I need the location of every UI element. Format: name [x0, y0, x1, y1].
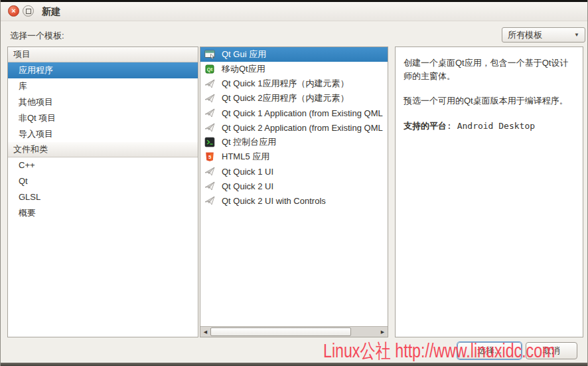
template-row-qtquick1-ui[interactable]: Qt Quick 1 UI [200, 164, 388, 179]
category-panel: 项目 应用程序 库 其他项目 非Qt 项目 导入项目 文件和类 C++ Qt G… [7, 46, 198, 337]
console-icon [204, 137, 215, 147]
template-label: Qt Quick 2应用程序（内建元素） [222, 92, 348, 104]
template-label: Qt Quick 1应用程序（内建元素） [222, 78, 348, 90]
svg-text:5: 5 [208, 154, 211, 160]
scrollbar-thumb[interactable] [210, 327, 351, 336]
template-label: Qt Quick 2 Application (from Existing QM… [222, 123, 383, 133]
svg-text:Qt: Qt [207, 66, 213, 72]
sidebar-item-libraries[interactable]: 库 [8, 78, 198, 94]
template-label: Qt Quick 2 UI with Controls [222, 196, 326, 206]
sidebar-item-qt[interactable]: Qt [8, 173, 198, 189]
qt-quick-plane-icon [204, 122, 215, 133]
qt-quick-plane-icon [204, 195, 215, 206]
combobox-value: 所有模板 [508, 29, 571, 41]
section-header-projects: 项目 [8, 47, 198, 62]
scrollbar-right-arrow-icon[interactable]: ▶ [378, 327, 388, 337]
sidebar-item-non-qt-projects[interactable]: 非Qt 项目 [8, 110, 198, 126]
template-description-panel: 创建一个桌面Qt应用，包含一个基于Qt设计师的主窗体。 预选一个可用的Qt桌面版… [395, 46, 583, 337]
supported-platforms-line: 支持的平台: Android Desktop [404, 120, 575, 133]
template-label: Qt 控制台应用 [222, 136, 276, 148]
template-row-qt-gui-app[interactable]: Qt Gui 应用 [200, 47, 388, 62]
titlebar[interactable]: × 新建 [1, 2, 587, 21]
template-label: Qt Gui 应用 [222, 48, 266, 60]
platforms-value: : Android Desktop [447, 121, 535, 131]
choose-button[interactable]: 选择... [457, 342, 522, 359]
sidebar-item-cpp[interactable]: C++ [8, 157, 198, 173]
template-row-qtquick2-builtin[interactable]: Qt Quick 2应用程序（内建元素） [200, 91, 388, 106]
description-paragraph-1: 创建一个桌面Qt应用，包含一个基于Qt设计师的主窗体。 [404, 56, 575, 82]
section-header-files-classes: 文件和类 [8, 142, 198, 157]
scrollbar-track[interactable] [351, 327, 378, 337]
sidebar-item-glsl[interactable]: GLSL [8, 189, 198, 205]
sidebar-item-summary[interactable]: 概要 [8, 205, 198, 221]
gui-window-icon [204, 49, 215, 60]
template-row-qtquick2-existing-qml[interactable]: Qt Quick 2 Application (from Existing QM… [200, 120, 388, 135]
template-label: 移动Qt应用 [222, 63, 265, 75]
cancel-button[interactable]: 取消 [526, 342, 577, 359]
platforms-label: 支持的平台 [404, 121, 447, 131]
window-top-edge [1, 0, 587, 2]
scrollbar-left-arrow-icon[interactable]: ◀ [200, 327, 210, 337]
template-row-html5-app[interactable]: 5 HTML5 应用 [200, 149, 388, 164]
maximize-button[interactable] [23, 5, 34, 17]
template-row-mobile-qt-app[interactable]: Qt 移动Qt应用 [200, 62, 388, 76]
horizontal-scrollbar[interactable]: ◀ ▶ [200, 326, 388, 337]
template-list-panel: Qt Gui 应用 Qt 移动Qt应用 Qt Quick 1应用程序（内建元素） [200, 46, 388, 337]
template-label: Qt Quick 2 UI [222, 181, 273, 191]
sidebar-item-other-projects[interactable]: 其他项目 [8, 94, 198, 110]
chevron-down-icon: ▼ [574, 32, 579, 38]
window-bottom-edge [1, 363, 587, 366]
template-row-qtquick1-existing-qml[interactable]: Qt Quick 1 Application (from Existing QM… [200, 106, 388, 120]
close-button[interactable]: × [8, 5, 19, 17]
template-row-qtquick2-ui-controls[interactable]: Qt Quick 2 UI with Controls [200, 193, 388, 208]
qt-quick-plane-icon [204, 166, 215, 177]
window-title: 新建 [42, 6, 60, 18]
sidebar-item-applications[interactable]: 应用程序 [8, 62, 198, 78]
close-icon: × [11, 7, 15, 15]
template-label: HTML5 应用 [222, 151, 269, 163]
qt-quick-plane-icon [204, 78, 215, 89]
new-file-dialog: × 新建 选择一个模板: 所有模板 ▼ 项目 应用程序 库 其他项目 非Qt 项… [0, 0, 588, 366]
template-label: Qt Quick 1 UI [222, 167, 273, 177]
maximize-icon [26, 9, 31, 14]
mobile-qt-icon: Qt [204, 64, 215, 74]
template-label: Qt Quick 1 Application (from Existing QM… [222, 108, 383, 118]
qt-quick-plane-icon [204, 93, 215, 104]
template-filter-combobox[interactable]: 所有模板 ▼ [502, 27, 585, 43]
sidebar-item-import-project[interactable]: 导入项目 [8, 126, 198, 142]
template-row-qt-console-app[interactable]: Qt 控制台应用 [200, 135, 388, 149]
description-paragraph-2: 预选一个可用的Qt桌面版本用于编译程序。 [404, 94, 575, 108]
html5-icon: 5 [204, 151, 215, 162]
qt-quick-plane-icon [204, 108, 215, 118]
qt-quick-plane-icon [204, 181, 215, 191]
choose-template-label: 选择一个模板: [10, 30, 64, 42]
template-row-qtquick2-ui[interactable]: Qt Quick 2 UI [200, 179, 388, 193]
template-row-qtquick1-builtin[interactable]: Qt Quick 1应用程序（内建元素） [200, 76, 388, 91]
